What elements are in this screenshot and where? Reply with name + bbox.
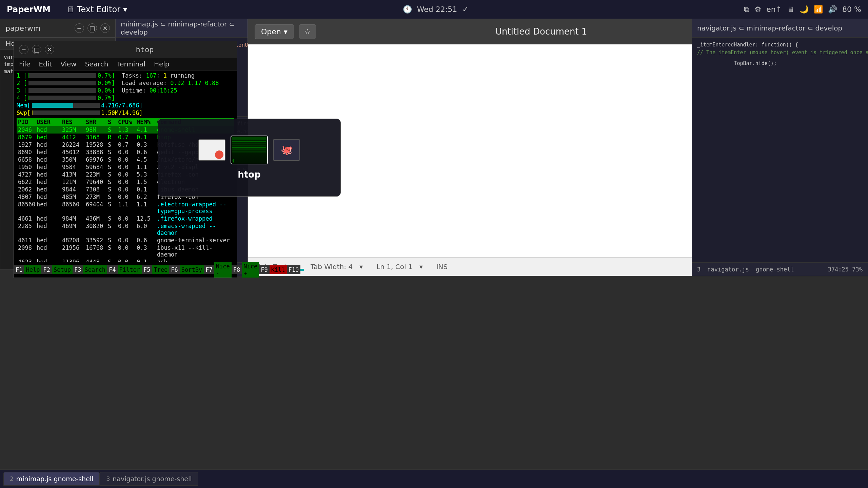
window-navigator: navigator.js ⊂ minimap-refactor ⊂ develo… (692, 19, 868, 276)
strip-tab-num-2: 2 (10, 475, 14, 482)
position-dropdown[interactable]: ▾ (419, 263, 423, 271)
htop-titlebar: ─ □ ✕ htop (14, 41, 237, 58)
thumb-other[interactable]: 🐙 (273, 139, 300, 161)
language-display[interactable]: en↑ (766, 5, 782, 14)
clock-display: Wed 22:51 (417, 5, 457, 14)
volume-icon[interactable]: 🔊 (828, 5, 837, 14)
open-dropdown-icon: ▾ (284, 27, 288, 36)
menu-file[interactable]: File (19, 60, 30, 68)
cpu-line-2: 2 [ 0.0%] Load average: 0.92 1.17 0.88 (17, 80, 234, 86)
window-strip: 2 minimap.js gnome-shell 3 navigator.js … (0, 469, 868, 488)
copy-icon[interactable]: ⧉ (744, 5, 749, 14)
thumb-row-5 (232, 149, 266, 150)
ins-mode: INS (436, 263, 448, 271)
htop-minimize[interactable]: ─ (19, 45, 28, 54)
nav-filename: navigator.js (707, 266, 749, 273)
settings-icon[interactable]: ⚙ (754, 5, 761, 14)
paperwm-titlebar: paperwm ─ □ ✕ (0, 19, 115, 38)
star-button[interactable]: ☆ (299, 24, 316, 39)
minimize-button[interactable]: ─ (75, 23, 84, 33)
paperwm-title: paperwm (5, 24, 71, 33)
dropdown-arrow-icon: ▾ (123, 5, 127, 14)
thumb-row-6 (232, 151, 266, 152)
table-row[interactable]: 4623hed113964448S0.00.1zsh (17, 258, 234, 262)
strip-tab-label-minimap: minimap.js gnome-shell (16, 475, 94, 483)
htop-menu: File Edit View Search Terminal Help (14, 58, 237, 70)
switcher-thumbnails: $_ 🐙 (198, 136, 300, 164)
strip-tab-navigator[interactable]: 3 navigator.js gnome-shell (100, 472, 198, 486)
clock-icon: 🕙 (403, 5, 412, 14)
close-button[interactable]: ✕ (100, 23, 110, 33)
system-bar: PaperWM 🖥 Text Editor ▾ 🕙 Wed 22:51 ✓ ⧉ … (0, 0, 868, 19)
thumb-row-2 (232, 143, 266, 144)
tab-width-selector[interactable]: Tab Width: 4 (311, 263, 353, 271)
sys-bar-left: PaperWM 🖥 Text Editor ▾ (7, 5, 127, 14)
table-row[interactable]: 4661hed984M436MS0.012.5.firefox-wrapped (17, 215, 234, 222)
htop-maximize[interactable]: □ (32, 45, 41, 54)
table-row[interactable]: 86560hed8656069404S1.11.1.electron-wrapp… (17, 201, 234, 215)
htop-title: htop (58, 45, 232, 54)
position-display: Ln 1, Col 1 (376, 263, 412, 271)
thumb-htop-header (232, 137, 266, 140)
wifi-icon: 📶 (814, 5, 823, 14)
menu-search[interactable]: Search (85, 60, 108, 68)
fn-kill[interactable]: F9Kill (259, 262, 287, 278)
maximize-button[interactable]: □ (87, 23, 97, 33)
mem-line: Mem[ 4.71G/7.68G] (17, 102, 234, 109)
thumb-new-doc[interactable] (198, 139, 225, 161)
open-button[interactable]: Open ▾ (255, 24, 294, 39)
paperwm-label[interactable]: PaperWM (7, 5, 51, 14)
task-switcher: $_ 🐙 htop (158, 119, 341, 197)
thumb-row-3 (232, 145, 266, 146)
fn-nice-plus[interactable]: F8Nice + (232, 262, 259, 278)
fn-search[interactable]: F3Search (73, 262, 107, 278)
navigator-statusbar: 3 navigator.js gnome-shell 374:25 73% (692, 262, 868, 276)
sys-bar-separator (57, 5, 60, 14)
sys-bar-right: ⧉ ⚙ en↑ 🖥 🌙 📶 🔊 80 % (744, 5, 861, 14)
pencil-icon (215, 150, 223, 159)
nav-code-1: _itemEnteredHandler: function() { (697, 41, 863, 49)
navigator-content: _itemEnteredHandler: function() { // The… (692, 38, 868, 262)
switcher-label: htop (238, 169, 260, 180)
cpu-line-4: 4 [ 0.7%] (17, 95, 234, 101)
menu-help[interactable]: Help (154, 60, 170, 68)
thumb-row-1 (232, 141, 266, 142)
nav-position: 374:25 73% (828, 266, 863, 273)
menu-edit[interactable]: Edit (39, 60, 52, 68)
table-row[interactable]: 2098hed2195616768S0.00.3ibus-x11 --kill-… (17, 244, 234, 258)
thumb-htop[interactable]: $_ (231, 136, 268, 164)
fn-help[interactable]: F1Help (14, 262, 41, 278)
mascot-icon: 🐙 (281, 144, 293, 156)
cpu-line-1: 1 [ 0.7%] Tasks: 167; 1 running (17, 72, 234, 79)
minimap-title: minimap.js ⊂ minimap-refactor ⊂ develop (121, 20, 263, 36)
check-icon: ✓ (462, 5, 468, 14)
fn-sortby[interactable]: F6SortBy (169, 262, 204, 278)
battery-display: 80 % (842, 5, 861, 14)
fn-tree[interactable]: F5Tree (142, 262, 169, 278)
main-area: paperwm ─ □ ✕ Help var Extension = impor… (0, 19, 868, 488)
nav-shell: gnome-shell (756, 266, 794, 273)
table-row[interactable]: 4611hed4820833592S0.00.6gnome-terminal-s… (17, 237, 234, 244)
fn-quit[interactable]: F10 (287, 262, 304, 278)
swap-line: Swp[ 1.50M/14.9G] (17, 109, 234, 116)
strip-tab-minimap[interactable]: 2 minimap.js gnome-shell (3, 472, 100, 486)
thumb-prompt: $_ (232, 159, 266, 163)
sys-bar-center: 🕙 Wed 22:51 ✓ (127, 5, 744, 14)
htop-close[interactable]: ✕ (45, 45, 54, 54)
table-row[interactable]: 2285hed469M30820S0.06.0.emacs-wrapped --… (17, 222, 234, 237)
menu-terminal[interactable]: Terminal (117, 60, 145, 68)
fn-nice-minus[interactable]: F7Nice - (204, 262, 231, 278)
nav-code-3: TopBar.hide(); (697, 60, 863, 67)
text-editor-label[interactable]: 🖥 Text Editor ▾ (66, 5, 127, 14)
nav-code-2: // The itemEnter (mouse hover) event is … (697, 49, 863, 57)
htop-function-bar: F1Help F2Setup F3Search F4Filter F5Tree … (14, 262, 237, 278)
navigator-titlebar: navigator.js ⊂ minimap-refactor ⊂ develo… (692, 19, 868, 38)
cpu-line-3: 3 [ 0.0%] Uptime: 00:16:25 (17, 87, 234, 94)
fn-filter[interactable]: F4Filter (107, 262, 142, 278)
night-mode-icon[interactable]: 🌙 (800, 5, 809, 14)
monitor-icon2: 🖥 (787, 5, 794, 14)
fn-setup[interactable]: F2Setup (41, 262, 73, 278)
tab-width-dropdown[interactable]: ▾ (359, 263, 363, 271)
menu-view[interactable]: View (60, 60, 76, 68)
strip-tab-label-navigator: navigator.js gnome-shell (113, 475, 192, 483)
